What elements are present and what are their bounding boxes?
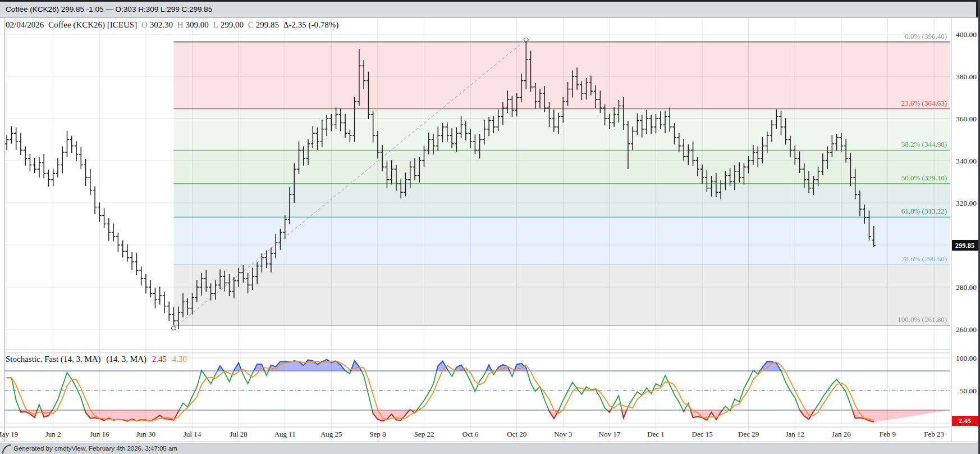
stoch-value-badge-text: 2.45 xyxy=(959,417,971,425)
title-bar: Coffee (KCK26) 299.85 -1.05 — O:303 H:30… xyxy=(0,0,980,17)
low-value: 299.00 xyxy=(221,20,244,29)
x-axis-label: Jul 28 xyxy=(230,430,247,438)
stochastic-ma-value: 4.30 xyxy=(172,355,187,364)
x-axis[interactable]: May 19Jun 2Jun 16Jun 30Jul 14Jul 28Aug 1… xyxy=(0,430,944,438)
price-axis-label: 280.00 xyxy=(956,283,977,292)
price-axis[interactable]: 400.00380.00360.00340.00320.00300.00280.… xyxy=(952,30,978,334)
stochastic-k-value: 2.45 xyxy=(152,355,167,364)
fib-band-78.6% xyxy=(173,265,950,325)
open-label: O xyxy=(141,20,148,29)
stochastic-legend-name: Stochastic, Fast (14, 3, MA) xyxy=(6,355,101,364)
x-axis-label: Dec 29 xyxy=(738,430,759,438)
fib-band-61.8% xyxy=(173,217,950,265)
header-date: 02/04/2026 xyxy=(6,20,44,29)
low-label: L xyxy=(213,20,218,29)
high-label: H xyxy=(177,20,184,29)
x-axis-label: Aug 11 xyxy=(274,430,296,438)
x-axis-label: Jul 14 xyxy=(184,430,202,438)
fib-label-0.0%: 0.0% (396.40) xyxy=(905,32,947,40)
chart-header: 02/04/2026 Coffee (KCK26) [ICEUS] O302.3… xyxy=(6,20,341,30)
fib-label-23.6%: 23.6% (364.63) xyxy=(901,99,947,107)
header-symbol: Coffee (KCK26) [ICEUS] xyxy=(48,20,137,29)
fib-label-50.0%: 50.0% (329.10) xyxy=(901,174,947,182)
x-axis-label: Nov 17 xyxy=(599,430,621,438)
x-axis-label: Aug 25 xyxy=(320,430,342,438)
close-value: 299.85 xyxy=(256,20,279,29)
stochastic-legend-params: (14, 3, MA) xyxy=(106,355,146,364)
x-axis-label: Sep 8 xyxy=(369,430,386,438)
x-axis-label: Jan 12 xyxy=(785,430,804,438)
x-axis-label: Jun 30 xyxy=(136,430,155,438)
x-axis-label: Jan 26 xyxy=(832,430,851,438)
close-label: C xyxy=(248,20,254,29)
fib-label-61.8%: 61.8% (313.22) xyxy=(901,207,947,215)
x-axis-label: Jun 2 xyxy=(45,430,61,438)
footer-bar: Generated by cmdtyView, February 4th 202… xyxy=(0,443,980,454)
last-price-badge-text: 299.85 xyxy=(955,242,974,249)
x-axis-label: Oct 6 xyxy=(462,430,479,438)
chart-window: 0.0% (396.40)23.6% (364.63)38.2% (344.98… xyxy=(0,0,980,454)
x-axis-label: Jun 16 xyxy=(90,430,109,438)
price-axis-label: 380.00 xyxy=(956,72,977,81)
price-axis-label: 340.00 xyxy=(956,157,977,165)
fib-band-50.0% xyxy=(173,184,950,217)
open-value: 302.30 xyxy=(150,20,173,29)
x-axis-label: Feb 9 xyxy=(880,430,896,438)
change-value: Δ-2.35 (-0.78%) xyxy=(283,20,338,29)
x-axis-label: Feb 23 xyxy=(924,430,944,438)
main-chart-svg[interactable]: 0.0% (396.40)23.6% (364.63)38.2% (344.98… xyxy=(0,0,980,454)
x-axis-label: Dec 15 xyxy=(692,430,713,438)
stochastic-panel[interactable]: 100.0050.002.45 xyxy=(4,354,978,426)
price-axis-label: 400.00 xyxy=(956,30,977,39)
x-axis-label: Sep 22 xyxy=(414,430,434,438)
title-text: Coffee (KCK26) 299.85 -1.05 — O:303 H:30… xyxy=(6,5,212,13)
footer-text: Generated by cmdtyView, February 4th 202… xyxy=(13,445,177,452)
cmdtyview-logo-mark xyxy=(1,444,12,454)
fibonacci-retracement[interactable]: 0.0% (396.40)23.6% (364.63)38.2% (344.98… xyxy=(173,32,950,326)
price-axis-label: 260.00 xyxy=(956,325,977,334)
fib-band-0.0% xyxy=(173,42,950,109)
x-axis-label: Oct 20 xyxy=(507,430,526,438)
price-axis-label: 320.00 xyxy=(956,199,977,207)
x-axis-label: Dec 1 xyxy=(647,430,665,438)
fib-label-78.6%: 78.6% (290.60) xyxy=(901,255,947,263)
x-axis-label: May 19 xyxy=(0,430,18,438)
stoch-axis-label: 100.00 xyxy=(956,354,977,362)
stoch-axis-label: 50.00 xyxy=(960,387,977,395)
stochastic-legend[interactable]: Stochastic, Fast (14, 3, MA) (14, 3, MA)… xyxy=(6,355,190,364)
high-value: 309.00 xyxy=(186,20,209,29)
price-axis-label: 360.00 xyxy=(956,115,977,123)
x-axis-label: Nov 3 xyxy=(554,430,572,438)
fib-label-100.0%: 100.0% (261.80) xyxy=(897,315,947,324)
fib-band-38.2% xyxy=(173,150,950,184)
fib-label-38.2%: 38.2% (344.98) xyxy=(901,140,947,148)
